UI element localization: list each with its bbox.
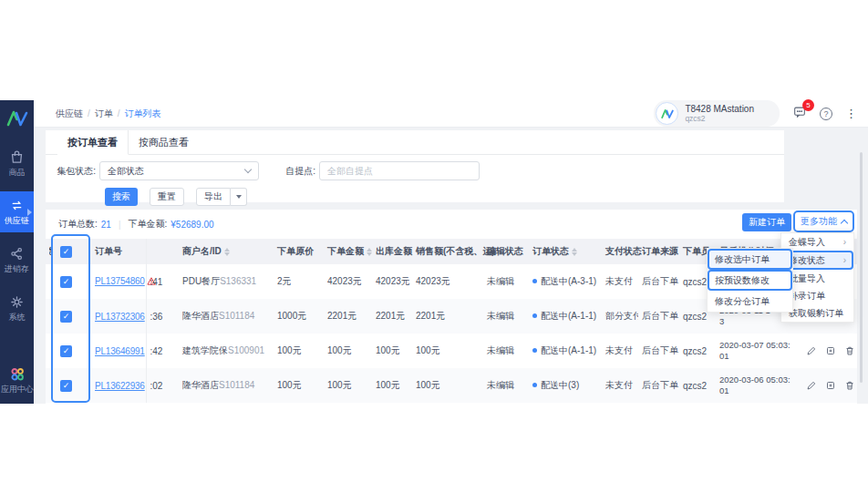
status-dot: [532, 383, 537, 387]
pay-status-cell: 部分支付: [602, 299, 638, 334]
order-link[interactable]: PL13646991: [95, 346, 145, 356]
tab-by-order[interactable]: 按订单查看: [57, 130, 129, 155]
merchant-name: 建筑学院保: [182, 345, 228, 355]
merchant-name: 隆华酒店: [182, 380, 219, 390]
search-button[interactable]: 搜索: [105, 188, 138, 206]
col-time-clipped: [146, 239, 179, 264]
export-dropdown-button[interactable]: [231, 188, 247, 206]
messages-button[interactable]: 5: [792, 105, 807, 122]
edit-icon[interactable]: [806, 380, 817, 391]
copy-icon[interactable]: [825, 380, 836, 391]
merchant-id: S100901: [228, 345, 264, 355]
order-time-partial: :02: [146, 368, 179, 403]
apps-icon: [9, 365, 26, 382]
breadcrumb-item[interactable]: 订单: [95, 108, 113, 120]
supply-chain-icon: [9, 197, 26, 213]
source-cell: 后台下单: [638, 368, 679, 403]
user-account: qzcs2: [685, 115, 754, 123]
view-tabs: 按订单查看 按商品查看: [46, 130, 784, 155]
table-row: ✓ PL13622936 :02 隆华酒店S101184 100元 100元 1…: [46, 368, 857, 403]
bag-icon: [9, 149, 26, 165]
select-all-checkbox[interactable]: ✓: [60, 246, 72, 258]
col-merchant[interactable]: 商户名/ID: [179, 239, 274, 264]
sort-icon[interactable]: [572, 248, 577, 257]
order-status-cell: 配送中(3): [541, 380, 579, 390]
edit-icon[interactable]: [806, 345, 817, 356]
copy-icon[interactable]: [825, 345, 836, 356]
sidebar-item-inventory[interactable]: 进销存: [0, 240, 34, 281]
breadcrumb-item[interactable]: 供应链: [56, 108, 83, 120]
help-icon[interactable]: ?: [820, 108, 832, 120]
more-options-icon[interactable]: ⋮: [845, 108, 857, 119]
edit-status-cell: 未编辑: [483, 264, 529, 299]
operator-cell: qzcs2: [679, 368, 716, 403]
sort-icon[interactable]: [367, 248, 372, 257]
more-functions-button[interactable]: 更多功能: [793, 210, 854, 232]
row-checkbox[interactable]: ✓: [60, 311, 72, 323]
tab-by-product[interactable]: 按商品查看: [129, 130, 199, 154]
source-cell: 后台下单: [638, 264, 679, 299]
merchant-id: S101184: [219, 380, 254, 390]
brand-logo-icon[interactable]: [6, 107, 28, 130]
sidebar-item-system[interactable]: 系统: [0, 288, 34, 329]
pay-status-cell: 未支付: [602, 368, 638, 403]
amount-cell: 100元: [324, 334, 372, 368]
export-button[interactable]: 导出: [196, 188, 231, 206]
delete-icon[interactable]: [844, 345, 855, 356]
sidebar-item-goods[interactable]: 商品: [0, 143, 34, 184]
status-dot: [532, 279, 537, 283]
col-amount[interactable]: 下单金额: [324, 239, 372, 264]
price-cell: 1000元: [274, 299, 324, 334]
modify-status-submenu: 修改选中订单 按预设数修改 修改分仓订单: [707, 248, 793, 313]
reset-button[interactable]: 重置: [150, 188, 184, 206]
summary-bar: 订单总数: 21 | 下单金额: ¥52689.00: [46, 210, 857, 239]
sort-icon[interactable]: [224, 248, 230, 257]
source-cell: 后台下单: [638, 334, 679, 368]
table-row: ✓ PL13646991 :42 建筑学院保S100901 100元 100元 …: [46, 334, 857, 368]
order-total-label: 订单总数:: [58, 218, 98, 231]
price-cell: 100元: [274, 334, 324, 368]
vertical-scrollbar[interactable]: [860, 152, 863, 383]
user-menu[interactable]: T8428 MAstation qzcs2: [654, 100, 780, 127]
submenu-item-modify-split-warehouse-order[interactable]: 修改分仓订单: [708, 291, 792, 312]
edit-status-cell: 未编辑: [483, 334, 529, 368]
submenu-item-modify-selected-orders[interactable]: 修改选中订单: [708, 249, 792, 270]
more-functions-label: 更多功能: [801, 215, 837, 228]
sidebar-item-label: 供应链: [5, 215, 29, 226]
breadcrumb-current: 订单列表: [125, 108, 161, 120]
sidebar-item-app-center[interactable]: 应用中心: [0, 360, 34, 401]
status-dot: [532, 313, 537, 318]
pickup-point-input[interactable]: [319, 161, 480, 180]
order-link[interactable]: PL13622936: [95, 381, 145, 391]
order-total-value: 21: [101, 220, 111, 230]
outbound-cell: 100元: [372, 368, 412, 403]
col-sales: 销售额(不含税、运): [412, 239, 483, 264]
row-checkbox[interactable]: ✓: [60, 380, 72, 392]
sidebar-item-supply-chain[interactable]: 供应链: [0, 191, 34, 232]
delete-icon[interactable]: [844, 380, 855, 391]
price-cell: 2元: [274, 264, 324, 299]
row-checkbox[interactable]: ✓: [60, 276, 72, 288]
merchant-name: PDU餐厅: [182, 276, 220, 286]
col-order-status[interactable]: 订单状态: [529, 239, 602, 264]
submenu-item-modify-by-preset[interactable]: 按预设数修改: [708, 270, 792, 291]
order-link[interactable]: PL13754860: [95, 276, 145, 286]
caret-down-icon: [236, 195, 242, 199]
edit-status-cell: 未编辑: [483, 299, 529, 334]
row-checkbox[interactable]: ✓: [60, 345, 72, 357]
col-order-no: 订单号: [91, 239, 146, 264]
avatar: [656, 102, 678, 125]
package-status-select[interactable]: 全部状态: [99, 161, 259, 180]
order-link[interactable]: PL13732306: [95, 312, 145, 322]
operator-cell: qzcs2: [679, 334, 716, 368]
pay-status-cell: 未支付: [602, 264, 638, 299]
order-time-partial: :42: [146, 334, 179, 368]
outbound-cell: 42023元: [372, 264, 412, 299]
filter-panel: 按订单查看 按商品查看 集包状态: 全部状态 自提点: 搜索 重置 导出: [46, 130, 784, 202]
sidebar-item-label: 商品: [8, 167, 25, 178]
order-amount-value: ¥52689.00: [170, 220, 213, 230]
package-status-label: 集包状态:: [46, 165, 96, 178]
new-order-button[interactable]: 新建订单: [742, 213, 791, 231]
amount-cell: 42023元: [324, 264, 372, 299]
edit-status-cell: 未编辑: [483, 368, 529, 403]
